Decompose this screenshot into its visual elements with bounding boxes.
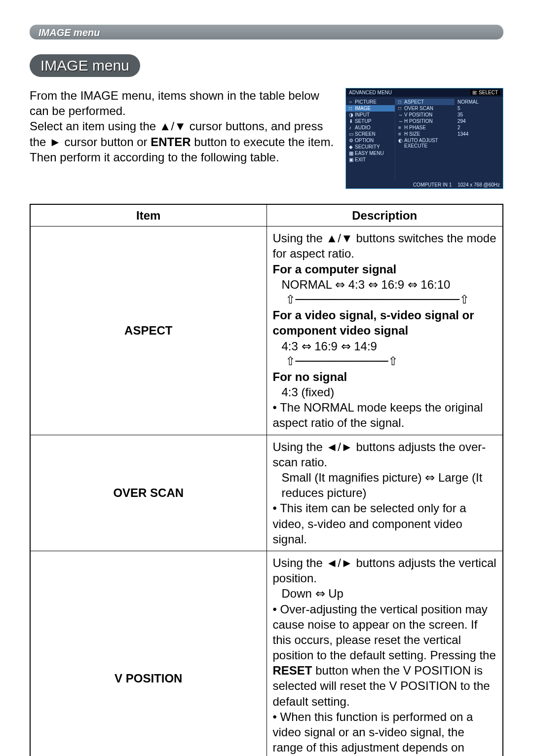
row-item: V POSITION [30, 551, 266, 756]
vpos-b2-pre: • When this function is performed on a v… [273, 710, 473, 756]
table-row: OVER SCAN Using the ◄/► buttons adjusts … [30, 435, 503, 551]
row-desc: Using the ◄/► buttons adjusts the over-s… [266, 435, 503, 551]
row-desc: Using the ◄/► buttons adjusts the vertic… [266, 551, 503, 756]
overscan-line1: Using the ◄/► buttons adjusts the over-s… [273, 440, 486, 469]
osd-left-item: ⚙OPTION [346, 137, 395, 144]
title-pill-text: IMAGE menu [40, 57, 129, 74]
osd-footer-res: 1024 x 768 @60Hz [457, 182, 500, 188]
osd-mid-item: ≡H SIZE [395, 131, 455, 137]
aspect-sub1-title: For a computer signal [273, 263, 397, 276]
osd-left-item: □IMAGE [346, 105, 395, 112]
menu-table: Item Description ASPECT Using the ▲/▼ bu… [30, 204, 503, 756]
osd-right-item: 2 [455, 124, 503, 131]
vpos-line1: Using the ◄/► buttons adjusts the vertic… [273, 556, 496, 585]
row-item: ASPECT [30, 227, 266, 435]
osd-left-item: ♪AUDIO [346, 124, 395, 131]
overscan-seq: Small (It magnifies picture) ⇔ Large (It… [273, 470, 497, 500]
osd-right-item: NORMAL [455, 99, 503, 105]
osd-right-item: 5 [455, 105, 503, 112]
row-item: OVER SCAN [30, 435, 266, 551]
osd-footer-source: COMPUTER IN 1 [413, 182, 452, 188]
intro-text: From the IMAGE menu, items shown in the … [30, 88, 336, 165]
osd-screenshot: ADVANCED MENU ⊞: SELECT ○PICTURE□IMAGE◑I… [345, 88, 503, 189]
row-desc: Using the ▲/▼ buttons switches the mode … [266, 227, 503, 435]
osd-mid-item: ↔V POSITION [395, 112, 455, 118]
vpos-seq: Down ⇔ Up [273, 586, 497, 601]
osd-mid-item: ↔H POSITION [395, 118, 455, 124]
vpos-b1-reset: RESET [273, 664, 312, 677]
title-pill: IMAGE menu [30, 54, 140, 77]
aspect-sub1-seq: NORMAL ⇔ 4:3 ⇔ 16:9 ⇔ 16:10 [273, 277, 497, 292]
osd-right-col: NORMAL53529421344 [455, 97, 503, 181]
aspect-sub2-title: For a video signal, s-video signal or co… [273, 308, 474, 337]
osd-mid-item: □OVER SCAN [395, 105, 455, 112]
osd-left-item: ◆SECURITY [346, 144, 395, 150]
osd-left-item: ⬇SETUP [346, 118, 395, 124]
osd-mid-item: ≡H PHASE [395, 124, 455, 131]
intro-enter: ENTER [151, 135, 190, 149]
osd-left-item: ▣EXIT [346, 156, 395, 163]
aspect-sub3-title: For no signal [273, 370, 347, 383]
osd-header-left: ADVANCED MENU [349, 90, 392, 95]
intro-pre: From the IMAGE menu, items shown in the … [30, 89, 319, 117]
table-row: ASPECT Using the ▲/▼ buttons switches th… [30, 227, 503, 435]
osd-right-item [455, 137, 503, 138]
header-bar-text: IMAGE menu [38, 27, 100, 38]
aspect-cycle1: ⇧───────────────────────⇧ [273, 292, 497, 307]
table-row: V POSITION Using the ◄/► buttons adjusts… [30, 551, 503, 756]
osd-right-item: 1344 [455, 131, 503, 137]
osd-left-item: ○PICTURE [346, 99, 395, 105]
osd-mid-item: ◐AUTO ADJUST EXECUTE [395, 137, 455, 149]
aspect-cycle2: ⇧─────────────⇧ [273, 354, 497, 369]
osd-right-item: 294 [455, 118, 503, 124]
osd-left-item: ▭SCREEN [346, 131, 395, 137]
vpos-b1-pre: • Over-adjusting the vertical position m… [273, 603, 496, 662]
header-bar: IMAGE menu [30, 25, 503, 39]
osd-left-item: ▦EASY MENU [346, 150, 395, 156]
aspect-line1: Using the ▲/▼ buttons switches the mode … [273, 231, 496, 260]
overscan-note: • This item can be selected only for a v… [273, 501, 466, 545]
aspect-note: • The NORMAL mode keeps the original asp… [273, 401, 483, 429]
osd-left-item: ◑INPUT [346, 112, 395, 118]
col-desc: Description [266, 204, 503, 227]
aspect-sub3-seq: 4:3 (fixed) [273, 384, 497, 400]
osd-left-col: ○PICTURE□IMAGE◑INPUT⬇SETUP♪AUDIO▭SCREEN⚙… [346, 97, 395, 181]
osd-right-item: 35 [455, 112, 503, 118]
aspect-sub2-seq: 4:3 ⇔ 16:9 ⇔ 14:9 [273, 339, 497, 354]
osd-header-right: ⊞: SELECT [470, 90, 500, 95]
osd-mid-col: □ASPECT□OVER SCAN↔V POSITION↔H POSITION≡… [395, 97, 455, 181]
osd-mid-item: □ASPECT [395, 99, 455, 105]
col-item: Item [30, 204, 266, 227]
